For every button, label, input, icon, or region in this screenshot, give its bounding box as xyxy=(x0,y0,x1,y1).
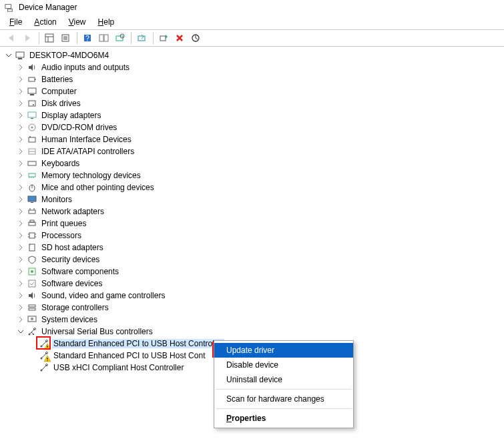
expand-icon[interactable] xyxy=(16,243,25,252)
category-label[interactable]: SD host adapters xyxy=(40,243,105,252)
category-row[interactable]: IDE ATA/ATAPI controllers xyxy=(1,145,503,157)
category-row[interactable]: Software devices xyxy=(1,278,503,290)
menu-action[interactable]: Action xyxy=(29,16,61,28)
category-label[interactable]: Security devices xyxy=(40,255,101,264)
category-label[interactable]: Human Interface Devices xyxy=(40,135,133,144)
category-row[interactable]: Universal Serial Bus controllers xyxy=(1,326,503,338)
device-label[interactable]: USB xHCI Compliant Host Controller xyxy=(52,363,185,372)
category-row[interactable]: Mice and other pointing devices xyxy=(1,181,503,193)
enable-device-button[interactable] xyxy=(156,31,172,45)
category-label[interactable]: Storage controllers xyxy=(40,303,110,312)
svg-rect-11 xyxy=(99,35,103,41)
category-row[interactable]: Batteries xyxy=(1,73,503,85)
back-button[interactable] xyxy=(4,31,20,45)
menu-view[interactable]: View xyxy=(63,16,91,28)
expand-icon[interactable] xyxy=(16,147,25,156)
category-row[interactable]: Sound, video and game controllers xyxy=(1,290,503,302)
category-label[interactable]: Universal Serial Bus controllers xyxy=(40,327,154,336)
action-center-button[interactable] xyxy=(96,31,112,45)
category-label[interactable]: Network adapters xyxy=(40,207,105,216)
category-row[interactable]: Security devices xyxy=(1,254,503,266)
expand-icon[interactable] xyxy=(16,99,25,108)
expand-icon[interactable] xyxy=(16,195,25,204)
expand-icon[interactable] xyxy=(16,279,25,288)
category-label[interactable]: Disk drives xyxy=(40,99,82,108)
update-driver-button[interactable] xyxy=(134,31,150,45)
category-row[interactable]: Memory technology devices xyxy=(1,169,503,181)
category-label[interactable]: System devices xyxy=(40,315,99,324)
collapse-icon[interactable] xyxy=(4,51,13,60)
category-label[interactable]: Keyboards xyxy=(40,159,81,168)
menu-file[interactable]: File xyxy=(4,16,27,28)
category-row[interactable]: Software components xyxy=(1,266,503,278)
category-row[interactable]: Audio inputs and outputs xyxy=(1,61,503,73)
category-row[interactable]: Keyboards xyxy=(1,157,503,169)
expand-icon[interactable] xyxy=(16,75,25,84)
svg-rect-16 xyxy=(160,36,166,41)
category-label[interactable]: Batteries xyxy=(40,75,74,84)
help-button[interactable]: ? xyxy=(80,31,96,45)
expand-icon[interactable] xyxy=(16,219,25,228)
category-row[interactable]: Network adapters xyxy=(1,205,503,217)
category-row[interactable]: Human Interface Devices xyxy=(1,133,503,145)
device-label[interactable]: Standard Enhanced PCI to USB Host Contro… xyxy=(52,339,224,348)
category-label[interactable]: Audio inputs and outputs xyxy=(40,63,131,72)
expand-icon[interactable] xyxy=(16,291,25,300)
expand-icon[interactable] xyxy=(16,303,25,312)
show-hide-tree-button[interactable] xyxy=(42,31,58,45)
expand-icon[interactable] xyxy=(16,231,25,240)
category-label[interactable]: Memory technology devices xyxy=(40,171,142,180)
expand-icon[interactable] xyxy=(16,135,25,144)
device-label[interactable]: Standard Enhanced PCI to USB Host Cont xyxy=(52,351,206,360)
scan-hardware-button[interactable] xyxy=(112,31,128,45)
category-label[interactable]: Software components xyxy=(40,267,120,276)
properties-button[interactable] xyxy=(58,31,74,45)
expand-icon[interactable] xyxy=(16,207,25,216)
category-label[interactable]: Mice and other pointing devices xyxy=(40,183,156,192)
menu-properties[interactable]: Properties xyxy=(214,411,353,426)
expand-icon[interactable] xyxy=(16,111,25,120)
category-label[interactable]: Software devices xyxy=(40,279,103,288)
expand-icon[interactable] xyxy=(16,87,25,96)
category-label[interactable]: Print queues xyxy=(40,219,87,228)
category-row[interactable]: Display adapters xyxy=(1,109,503,121)
device-tree[interactable]: DESKTOP-4MDO6M4 Audio inputs and outputs… xyxy=(0,47,504,376)
category-row[interactable]: Computer xyxy=(1,85,503,97)
expand-icon[interactable] xyxy=(16,159,25,168)
category-label[interactable]: Display adapters xyxy=(40,111,102,120)
category-label[interactable]: Monitors xyxy=(40,195,73,204)
category-row[interactable]: Processors xyxy=(1,230,503,242)
menu-scan-hardware[interactable]: Scan for hardware changes xyxy=(214,392,353,406)
category-label[interactable]: Processors xyxy=(40,231,83,240)
expand-icon[interactable] xyxy=(16,315,25,324)
expand-icon[interactable] xyxy=(16,255,25,264)
category-row[interactable]: System devices xyxy=(1,314,503,326)
expand-icon[interactable] xyxy=(16,267,25,276)
category-row[interactable]: Disk drives xyxy=(1,97,503,109)
menu-disable-device[interactable]: Disable device xyxy=(214,358,353,372)
menu-update-driver[interactable]: Update driver xyxy=(214,343,353,358)
collapse-icon[interactable] xyxy=(16,327,25,336)
category-label[interactable]: Computer xyxy=(40,87,78,96)
category-row[interactable]: Print queues xyxy=(1,217,503,230)
menu-help[interactable]: Help xyxy=(93,16,120,28)
svg-rect-23 xyxy=(30,94,34,95)
expand-icon[interactable] xyxy=(16,183,25,192)
disable-device-button[interactable] xyxy=(188,31,204,45)
uninstall-device-button[interactable] xyxy=(172,31,188,45)
forward-button[interactable] xyxy=(20,31,36,45)
svg-rect-72 xyxy=(47,348,47,349)
expand-icon[interactable] xyxy=(16,63,25,72)
expand-icon[interactable] xyxy=(16,171,25,180)
tree-root-row[interactable]: DESKTOP-4MDO6M4 xyxy=(1,49,503,61)
category-label[interactable]: DVD/CD-ROM drives xyxy=(40,123,118,132)
root-node-label[interactable]: DESKTOP-4MDO6M4 xyxy=(28,51,110,60)
category-label[interactable]: IDE ATA/ATAPI controllers xyxy=(40,147,136,156)
category-row[interactable]: Monitors xyxy=(1,193,503,205)
category-row[interactable]: Storage controllers xyxy=(1,302,503,314)
category-row[interactable]: DVD/CD-ROM drives xyxy=(1,121,503,133)
category-row[interactable]: SD host adapters xyxy=(1,242,503,254)
menu-uninstall-device[interactable]: Uninstall device xyxy=(214,372,353,387)
category-label[interactable]: Sound, video and game controllers xyxy=(40,291,166,300)
expand-icon[interactable] xyxy=(16,123,25,132)
